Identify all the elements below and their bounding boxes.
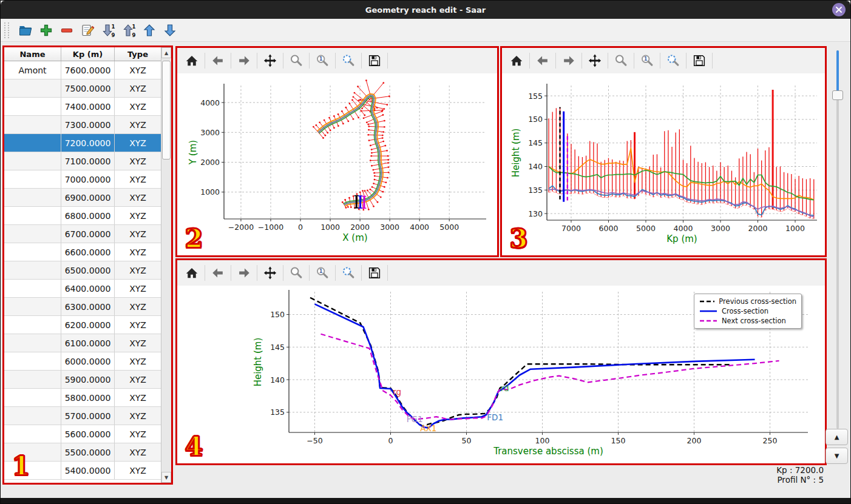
- forward-icon: [237, 266, 251, 280]
- table-row[interactable]: 6400.0000XYZ: [4, 280, 161, 298]
- table-row[interactable]: 7400.0000XYZ: [4, 98, 161, 116]
- close-button[interactable]: [832, 3, 846, 16]
- svg-text:200: 200: [687, 436, 702, 445]
- table-row[interactable]: 7300.0000XYZ: [4, 116, 161, 134]
- table-row[interactable]: 5400.0000XYZ: [4, 462, 161, 480]
- toolbar-separator: [361, 265, 362, 281]
- back-button[interactable]: [208, 263, 228, 283]
- legend-line-sample: [699, 298, 714, 304]
- titlebar: Geometry reach edit - Saar: [1, 1, 850, 19]
- table-row[interactable]: 7500.0000XYZ: [4, 79, 161, 98]
- scroll-up-icon[interactable]: ▲: [161, 47, 171, 58]
- svg-text:135: 135: [528, 186, 543, 195]
- zoom-one-button[interactable]: 1: [637, 51, 657, 70]
- table-row[interactable]: 5700.0000XYZ: [4, 407, 161, 425]
- table-row[interactable]: 5600.0000XYZ: [4, 425, 161, 443]
- pan-button[interactable]: [260, 263, 280, 283]
- svg-text:X (m): X (m): [342, 232, 367, 243]
- svg-text:140: 140: [270, 375, 285, 385]
- profile-up-button[interactable]: ▲: [826, 429, 848, 445]
- back-button[interactable]: [208, 51, 228, 70]
- svg-text:Height (m): Height (m): [253, 338, 263, 387]
- vertical-slider-track[interactable]: [836, 50, 839, 429]
- zoom-button[interactable]: [286, 51, 306, 70]
- zoom-one-icon: 1: [315, 53, 330, 68]
- table-row[interactable]: 6500.0000XYZ: [4, 261, 161, 280]
- longitudinal-profile-plot[interactable]: 7000600050004000300020001000130135140145…: [502, 73, 825, 255]
- svg-text:0: 0: [298, 223, 303, 232]
- save-icon: [367, 53, 382, 68]
- save-button[interactable]: [690, 51, 709, 70]
- zoom-one-button[interactable]: 1: [313, 263, 332, 283]
- back-icon: [211, 53, 225, 68]
- svg-text:135: 135: [270, 408, 285, 417]
- table-row[interactable]: 6200.0000XYZ: [4, 316, 161, 334]
- back-button[interactable]: [533, 51, 552, 70]
- toolbar-separator: [387, 53, 388, 69]
- svg-text:Height (m): Height (m): [510, 129, 521, 178]
- plan-plot[interactable]: −2000−1000010002000300040005000100020003…: [177, 73, 497, 255]
- sort-descending-button[interactable]: 19: [98, 21, 118, 39]
- table-row[interactable]: 5500.0000XYZ: [4, 443, 161, 462]
- forward-button[interactable]: [559, 51, 578, 70]
- table-row[interactable]: 5900.0000XYZ: [4, 371, 161, 389]
- table-row[interactable]: 6100.0000XYZ: [4, 334, 161, 352]
- back-icon: [211, 266, 225, 280]
- zoom-marked-button[interactable]: [339, 263, 358, 283]
- move-down-button[interactable]: [160, 21, 180, 39]
- table-row[interactable]: 6300.0000XYZ: [4, 298, 161, 316]
- svg-text:155: 155: [528, 92, 543, 101]
- zoom-button[interactable]: [611, 51, 631, 70]
- profile-down-button[interactable]: ▼: [826, 448, 848, 464]
- svg-text:3000: 3000: [380, 223, 399, 232]
- add-cross-section-button[interactable]: [36, 21, 56, 39]
- table-row[interactable]: Amont7600.0000XYZ: [4, 61, 161, 79]
- home-button[interactable]: [182, 263, 202, 283]
- cross-section-table: Name Kp (m) Type Amont7600.0000XYZ7500.0…: [4, 47, 171, 483]
- zoom-button[interactable]: [286, 263, 306, 283]
- legend-entry: Previous cross-section: [699, 297, 796, 306]
- svg-text:3000: 3000: [200, 128, 220, 137]
- pan-button[interactable]: [585, 51, 605, 70]
- column-header-name[interactable]: Name: [4, 47, 61, 61]
- scrollbar-thumb[interactable]: [162, 61, 171, 160]
- zoom-one-button[interactable]: 1: [313, 51, 332, 70]
- svg-text:0: 0: [388, 436, 393, 445]
- table-row[interactable]: 6900.0000XYZ: [4, 189, 161, 207]
- toolbar-separator: [283, 53, 283, 69]
- toolbar-grip[interactable]: [4, 22, 9, 38]
- content-area: Name Kp (m) Type Amont7600.0000XYZ7500.0…: [1, 42, 851, 499]
- sort-ascending-button[interactable]: 19: [119, 21, 138, 39]
- table-row[interactable]: 7000.0000XYZ: [4, 170, 161, 189]
- column-header-type[interactable]: Type: [115, 47, 161, 61]
- table-scrollbar[interactable]: ▲ ▼: [161, 47, 171, 483]
- table-row[interactable]: 5800.0000XYZ: [4, 389, 161, 407]
- table-row[interactable]: 6000.0000XYZ: [4, 352, 161, 371]
- open-folder-icon: [18, 23, 33, 38]
- vertical-slider-thumb[interactable]: [832, 90, 843, 100]
- home-button[interactable]: [182, 51, 202, 70]
- sort-ascending-icon: 19: [121, 23, 136, 38]
- forward-button[interactable]: [234, 263, 254, 283]
- zoom-marked-button[interactable]: [339, 51, 358, 70]
- remove-cross-section-button[interactable]: [57, 21, 76, 39]
- toolbar-separator: [608, 53, 608, 69]
- table-row[interactable]: 6800.0000XYZ: [4, 207, 161, 225]
- table-row[interactable]: 6700.0000XYZ: [4, 225, 161, 243]
- edit-cross-section-button[interactable]: [78, 21, 97, 39]
- table-row[interactable]: 7200.0000XYZ: [4, 134, 161, 152]
- forward-button[interactable]: [234, 51, 254, 70]
- column-header-kp[interactable]: Kp (m): [61, 47, 115, 61]
- home-button[interactable]: [507, 51, 526, 70]
- zoom-marked-button[interactable]: [663, 51, 683, 70]
- toolbar-separator: [257, 53, 257, 69]
- open-folder-button[interactable]: [16, 21, 35, 39]
- svg-text:145: 145: [528, 138, 543, 147]
- save-button[interactable]: [365, 263, 384, 283]
- table-row[interactable]: 6600.0000XYZ: [4, 243, 161, 261]
- move-up-button[interactable]: [140, 21, 159, 39]
- table-row[interactable]: 7100.0000XYZ: [4, 152, 161, 170]
- save-button[interactable]: [365, 51, 384, 70]
- scroll-down-icon[interactable]: ▼: [161, 472, 171, 483]
- pan-button[interactable]: [260, 51, 280, 70]
